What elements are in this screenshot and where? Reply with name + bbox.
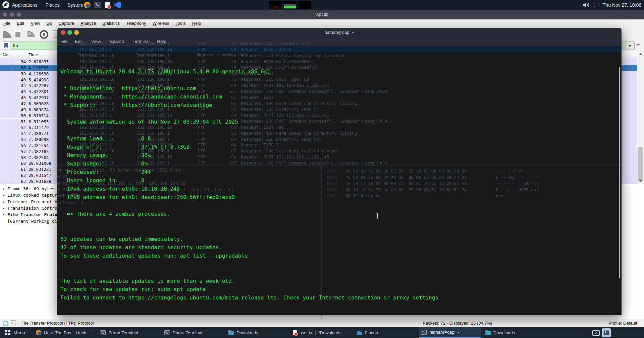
task-label: user.txt (~/Downloads... — [300, 330, 345, 335]
ghost-len: 78 — [217, 59, 236, 64]
packet-time: 4.126500 — [29, 65, 49, 70]
keyboard-layout-icon[interactable]: Z — [592, 330, 600, 336]
ghost-packet-row: 384.126630192.168.196.16192.168.196.1FTP… — [57, 52, 622, 58]
ghost-dst: 192.168.196.1 — [137, 53, 170, 58]
packet-no: 47 — [8, 101, 26, 106]
tray-active-window-box[interactable] — [602, 328, 611, 337]
expand-arrow-icon[interactable]: ▸ — [3, 193, 5, 197]
menu-grid-icon[interactable] — [5, 330, 7, 332]
folder-icon — [228, 331, 234, 335]
packet-no: 34 — [8, 59, 26, 64]
packet-list-scrollbar[interactable] — [637, 51, 644, 184]
task-label: Parrot Terminal — [173, 330, 202, 335]
cpu-graph-applet[interactable] — [269, 1, 282, 9]
ghost-len: 90 — [217, 53, 236, 58]
packet-time: 28.031068 — [29, 161, 51, 166]
vscode-icon[interactable] — [114, 2, 121, 8]
packet-no: 56 — [8, 143, 26, 148]
parrot-logo-icon[interactable] — [2, 1, 9, 8]
terminal-window-icon — [603, 330, 609, 335]
ghost-proto: FTP — [198, 41, 206, 46]
taskbar-item-0-pcap[interactable]: 0.pcap — [355, 327, 417, 338]
task-label: 0.pcap — [365, 330, 378, 335]
status-packet-counts: Packets: 72 · Displayed: 25 (34.7%) — [423, 321, 492, 326]
task-label: Hack The Box :: Hack ... — [44, 330, 91, 335]
text-editor-icon[interactable] — [105, 2, 110, 8]
annotation-icon[interactable] — [11, 320, 15, 326]
scroll-down-icon[interactable] — [639, 180, 642, 182]
terminal-icon[interactable] — [95, 2, 101, 8]
taskbar-item-downloads[interactable]: Downloads — [226, 327, 289, 338]
notifications-icon[interactable] — [594, 3, 599, 7]
clock[interactable]: Thu Nov 27, 10:08 — [603, 2, 641, 8]
status-left-text: File Transfer Protocol (FTP): Protocol — [21, 321, 94, 326]
taskbar-item-nathan-cap[interactable]: nathan@cap: ~ — [419, 327, 481, 338]
ghost-hex-asc: ········ `·xR·"\· — [496, 181, 539, 186]
packet-no: 45 — [8, 95, 26, 100]
packet-no: 50 — [8, 113, 26, 118]
packet-time: 7.380771 — [29, 131, 49, 136]
taskbar: Menu Hack The Box :: Hack ...Parrot Term… — [0, 327, 644, 338]
ghost-proto: FTP — [198, 59, 206, 64]
ghost-src: 192.168.196.16 — [79, 53, 114, 58]
ghost-hex-asc: ·······P V······· — [496, 168, 539, 174]
ghost-info: Request: USER nathan — [241, 47, 291, 52]
packet-time: 6.311479 — [29, 125, 49, 130]
network-graph-applet[interactable] — [298, 1, 311, 9]
folder-icon — [485, 331, 491, 335]
expand-arrow-icon[interactable]: ▸ — [3, 212, 5, 217]
ghost-dst: 192.168.196.1 — [137, 41, 170, 46]
packet-no: 60 — [8, 161, 26, 166]
packet-no: 55 — [8, 137, 26, 142]
memory-graph-applet[interactable] — [283, 1, 297, 9]
task-label: Parrot Terminal — [108, 330, 138, 335]
terminal-scrollbar[interactable] — [619, 67, 620, 278]
topbar-menu-applications[interactable]: Applications — [12, 2, 38, 8]
desktop-root: ApplicationsPlacesSystem Thu Nov 27, 10:… — [0, 0, 644, 338]
packet-no: 61 — [8, 167, 26, 172]
scroll-up-icon[interactable] — [639, 53, 642, 55]
ghost-packet-row: 364.126500192.168.196.1192.168.196.16FTP… — [57, 46, 622, 52]
ghost-len: 69 — [217, 47, 236, 52]
taskbar-item-parrot-terminal[interactable]: Parrot Terminal — [162, 327, 225, 338]
packet-time: 7.382504 — [29, 155, 49, 160]
scrollbar-thumb[interactable] — [638, 147, 643, 182]
topbar-menu-system[interactable]: System — [68, 2, 84, 8]
packet-no: 52 — [8, 125, 26, 130]
taskbar-menu-button[interactable]: Menu — [13, 330, 25, 335]
ghost-len: 76 — [217, 41, 236, 46]
status-profile[interactable]: Profile: Default — [608, 321, 637, 326]
taskbar-item-downloads[interactable]: Downloads — [483, 327, 546, 338]
packet-time: 6.311053 — [29, 119, 49, 124]
ghost-packet-row: 405.424998192.168.196.1192.168.196.16FTP… — [57, 58, 622, 64]
capture-properties-icon[interactable] — [3, 321, 8, 326]
ghost-info: Request: PASS Buck3tH4TF0RM3! — [241, 59, 314, 64]
task-label: Downloads — [236, 330, 258, 335]
packet-time: 5.432937 — [29, 95, 49, 100]
packet-time: 7.381554 — [29, 143, 49, 148]
packet-time: 2.626895 — [29, 59, 49, 64]
cpu-bars — [270, 6, 281, 8]
packet-list-gutter — [11, 59, 11, 184]
packet-no: 43 — [8, 89, 26, 94]
expand-arrow-icon[interactable]: ▸ — [3, 187, 5, 191]
terminal-icon — [100, 330, 106, 335]
topbar-menu-places[interactable]: Places — [46, 2, 60, 8]
ghost-info: Response: 331 Please specify the passwor… — [241, 53, 347, 58]
packet-time: 5.432387 — [29, 83, 49, 88]
taskbar-item-parrot-terminal[interactable]: Parrot Terminal — [98, 327, 160, 338]
terminal-icon — [164, 330, 170, 335]
wireshark-icon — [357, 331, 363, 335]
taskbar-item-user-txt-downloads[interactable]: user.txt (~/Downloads... — [291, 327, 353, 338]
speaker-icon[interactable] — [582, 2, 590, 8]
packet-no: 51 — [8, 119, 26, 124]
firefox-icon[interactable] — [84, 2, 91, 8]
packet-no: 40 — [8, 77, 26, 82]
taskbar-item-hack-the-box-hack[interactable]: Hack The Box :: Hack ... — [34, 327, 96, 338]
memory-used-band — [284, 6, 296, 8]
terminal-content[interactable]: No.TimeSourceDestinationProtocolLengthIn… — [57, 46, 622, 315]
packet-time: 6.310514 — [29, 113, 49, 118]
expand-arrow-icon[interactable]: ▸ — [3, 200, 5, 204]
packet-no: 63 — [8, 179, 26, 184]
expand-arrow-icon[interactable]: ▸ — [3, 206, 5, 210]
